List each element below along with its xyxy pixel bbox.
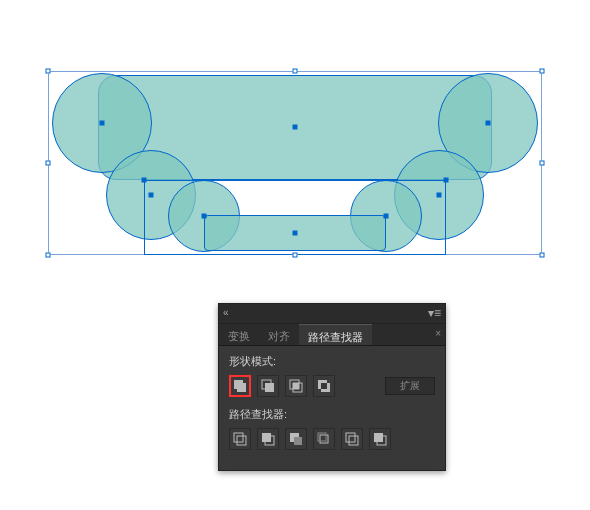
divide-button[interactable] — [229, 428, 251, 450]
anchor-center[interactable] — [384, 214, 389, 219]
tab-align[interactable]: 对齐 — [259, 324, 299, 345]
minus-back-icon — [373, 432, 387, 446]
anchor-center[interactable] — [149, 193, 154, 198]
svg-rect-11 — [237, 436, 246, 445]
svg-rect-1 — [237, 383, 246, 392]
anchor-center[interactable] — [293, 125, 298, 130]
svg-rect-15 — [294, 437, 302, 445]
panel-titlebar[interactable]: « ▾≡ — [219, 304, 445, 324]
anchor[interactable] — [293, 69, 298, 74]
svg-rect-21 — [374, 433, 383, 442]
anchor[interactable] — [46, 253, 51, 258]
svg-rect-9 — [321, 383, 327, 389]
panel-collapse-icon[interactable]: « — [223, 308, 233, 318]
tab-transform[interactable]: 变换 — [219, 324, 259, 345]
svg-rect-12 — [262, 433, 271, 442]
svg-rect-18 — [346, 433, 355, 442]
minus-front-icon — [261, 379, 275, 393]
pathfinder-label: 路径查找器: — [229, 407, 435, 422]
anchor[interactable] — [540, 69, 545, 74]
anchor[interactable] — [540, 161, 545, 166]
merge-icon — [289, 432, 303, 446]
outline-button[interactable] — [341, 428, 363, 450]
panel-tabs: 变换 对齐 路径查找器 × — [219, 324, 445, 346]
outline-icon — [345, 432, 359, 446]
canvas[interactable] — [48, 75, 542, 255]
anchor[interactable] — [142, 178, 147, 183]
unite-icon — [233, 379, 247, 393]
crop-icon — [317, 432, 331, 446]
svg-rect-16 — [320, 435, 328, 443]
tab-pathfinder[interactable]: 路径查找器 — [299, 324, 372, 345]
intersect-button[interactable] — [285, 375, 307, 397]
panel-close-icon[interactable]: × — [435, 328, 441, 339]
svg-rect-10 — [234, 433, 243, 442]
minus-front-button[interactable] — [257, 375, 279, 397]
svg-rect-19 — [349, 436, 358, 445]
anchor[interactable] — [444, 178, 449, 183]
panel-body: 形状模式: 扩展 路径查找器: — [219, 346, 445, 470]
anchor[interactable] — [46, 69, 51, 74]
exclude-button[interactable] — [313, 375, 335, 397]
shape-modes-label: 形状模式: — [229, 354, 435, 369]
divide-icon — [233, 432, 247, 446]
anchor[interactable] — [46, 161, 51, 166]
anchor[interactable] — [293, 253, 298, 258]
svg-rect-6 — [293, 383, 299, 389]
pathfinder-row — [229, 428, 435, 450]
pathfinder-panel: « ▾≡ 变换 对齐 路径查找器 × 形状模式: 扩展 路径查找器: — [218, 303, 446, 471]
anchor-center[interactable] — [486, 121, 491, 126]
svg-rect-17 — [318, 433, 326, 441]
shape-modes-row: 扩展 — [229, 375, 435, 397]
trim-button[interactable] — [257, 428, 279, 450]
panel-menu-icon[interactable]: ▾≡ — [428, 306, 441, 320]
anchor-center[interactable] — [293, 231, 298, 236]
intersect-icon — [289, 379, 303, 393]
merge-button[interactable] — [285, 428, 307, 450]
anchor-center[interactable] — [202, 214, 207, 219]
crop-button[interactable] — [313, 428, 335, 450]
unite-button[interactable] — [229, 375, 251, 397]
anchor-center[interactable] — [437, 193, 442, 198]
trim-icon — [261, 432, 275, 446]
anchor-center[interactable] — [100, 121, 105, 126]
minus-back-button[interactable] — [369, 428, 391, 450]
anchor[interactable] — [540, 253, 545, 258]
expand-button[interactable]: 扩展 — [385, 377, 435, 395]
exclude-icon — [317, 379, 331, 393]
svg-rect-3 — [265, 383, 274, 392]
